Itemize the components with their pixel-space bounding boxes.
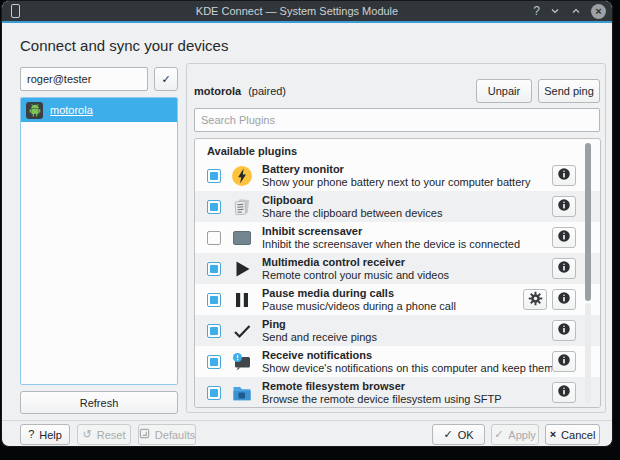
info-icon bbox=[557, 322, 571, 339]
active-window-accent-line bbox=[2, 21, 612, 23]
plugin-title: Remote filesystem browser bbox=[262, 380, 552, 393]
plugin-row-buttons bbox=[552, 165, 576, 186]
scrollbar-track[interactable] bbox=[585, 303, 591, 403]
available-plugins-header: Available plugins bbox=[195, 139, 600, 160]
cancel-label: Cancel bbox=[561, 429, 595, 441]
check-icon bbox=[230, 319, 254, 343]
help-button[interactable]: ? Help bbox=[20, 424, 70, 445]
plugin-description: Share the clipboard between devices bbox=[262, 207, 552, 220]
info-icon bbox=[557, 384, 571, 401]
reset-button[interactable]: ↺ Reset bbox=[77, 424, 131, 445]
device-list-item-motorola[interactable]: motorola bbox=[21, 98, 177, 122]
defaults-icon bbox=[139, 428, 150, 441]
plugin-info-button[interactable] bbox=[552, 351, 576, 372]
check-icon: ✓ bbox=[161, 74, 170, 85]
plugin-description: Remote control your music and videos bbox=[262, 269, 552, 282]
plugin-row: Multimedia control receiverRemote contro… bbox=[195, 253, 600, 284]
minimize-icon[interactable] bbox=[549, 5, 561, 17]
plugin-title: Clipboard bbox=[262, 194, 552, 207]
plugin-row: Pause media during callsPause music/vide… bbox=[195, 284, 600, 315]
titlebar[interactable]: KDE Connect — System Settings Module ? × bbox=[2, 1, 612, 21]
plugin-description: Send and receive pings bbox=[262, 331, 552, 344]
close-icon[interactable]: × bbox=[591, 4, 606, 19]
clipboard-icon bbox=[230, 195, 254, 219]
unpair-button[interactable]: Unpair bbox=[476, 79, 532, 103]
maximize-icon[interactable] bbox=[570, 5, 582, 17]
info-icon bbox=[557, 229, 571, 246]
reset-label: Reset bbox=[97, 429, 126, 441]
plugin-row-buttons bbox=[552, 320, 576, 341]
apply-button[interactable]: ✓ Apply bbox=[491, 424, 539, 445]
info-icon bbox=[557, 291, 571, 308]
cancel-x-icon: × bbox=[550, 429, 556, 440]
plugin-enabled-checkbox[interactable] bbox=[207, 293, 221, 307]
titlebar-help-icon[interactable]: ? bbox=[533, 5, 540, 17]
plugin-row: Battery monitorShow your phone battery n… bbox=[195, 160, 600, 191]
plugin-enabled-checkbox[interactable] bbox=[207, 200, 221, 214]
plugin-list: Battery monitorShow your phone battery n… bbox=[195, 160, 600, 408]
window-title: KDE Connect — System Settings Module bbox=[62, 1, 532, 21]
plugin-info-button[interactable] bbox=[552, 196, 576, 217]
selected-device-title: motorola (paired) bbox=[194, 85, 286, 97]
send-ping-label: Send ping bbox=[544, 85, 594, 97]
plugin-title: Pause media during calls bbox=[262, 287, 523, 300]
device-name-label: motorola bbox=[50, 104, 93, 116]
plugin-enabled-checkbox[interactable] bbox=[207, 324, 221, 338]
plugin-texts: ClipboardShare the clipboard between dev… bbox=[262, 194, 552, 220]
plugin-texts: PingSend and receive pings bbox=[262, 318, 552, 344]
plugin-enabled-checkbox[interactable] bbox=[207, 262, 221, 276]
plugin-title: Receive notifications bbox=[262, 349, 552, 362]
plugin-info-button[interactable] bbox=[552, 320, 576, 341]
plugin-texts: Receive notificationsShow device's notif… bbox=[262, 349, 552, 375]
plugin-description: Pause music/videos during a phone call bbox=[262, 300, 523, 313]
plugin-enabled-checkbox[interactable] bbox=[207, 169, 221, 183]
plugin-row-buttons bbox=[552, 258, 576, 279]
plugin-row: Receive notificationsShow device's notif… bbox=[195, 346, 600, 377]
search-plugins-input[interactable] bbox=[194, 108, 600, 132]
defaults-button[interactable]: Defaults bbox=[138, 424, 196, 445]
plugin-info-button[interactable] bbox=[552, 289, 576, 310]
plugin-description: Browse the remote device filesystem usin… bbox=[262, 393, 552, 406]
screensaver-icon bbox=[230, 226, 254, 250]
scrollbar-thumb[interactable] bbox=[585, 143, 591, 301]
help-label: Help bbox=[39, 429, 62, 441]
gear-icon bbox=[528, 291, 543, 309]
plugin-title: Multimedia control receiver bbox=[262, 256, 552, 269]
plugin-row-buttons bbox=[523, 289, 576, 310]
plugin-title: Ping bbox=[262, 318, 552, 331]
accept-name-button[interactable]: ✓ bbox=[154, 67, 178, 91]
plugin-enabled-checkbox[interactable] bbox=[207, 355, 221, 369]
plugin-row-buttons bbox=[552, 351, 576, 372]
plugin-info-button[interactable] bbox=[552, 258, 576, 279]
plugin-description: Show device's notifications on this comp… bbox=[262, 362, 552, 375]
plugin-row-buttons bbox=[552, 382, 576, 403]
defaults-label: Defaults bbox=[155, 429, 195, 441]
plugin-title: Battery monitor bbox=[262, 163, 552, 176]
plugin-texts: Battery monitorShow your phone battery n… bbox=[262, 163, 552, 189]
plugin-enabled-checkbox[interactable] bbox=[207, 231, 221, 245]
plugin-row-buttons bbox=[552, 196, 576, 217]
plugin-settings-button[interactable] bbox=[523, 289, 547, 310]
ok-button[interactable]: ✓ OK bbox=[432, 424, 485, 445]
plugin-info-button[interactable] bbox=[552, 165, 576, 186]
plugin-texts: Inhibit screensaverInhibit the screensav… bbox=[262, 225, 552, 251]
send-ping-button[interactable]: Send ping bbox=[538, 79, 600, 103]
cancel-button[interactable]: × Cancel bbox=[545, 424, 600, 445]
plugin-info-button[interactable] bbox=[552, 227, 576, 248]
plugin-texts: Multimedia control receiverRemote contro… bbox=[262, 256, 552, 282]
device-list[interactable]: motorola bbox=[20, 97, 178, 385]
info-icon bbox=[557, 353, 571, 370]
page-title: Connect and sync your devices bbox=[20, 37, 228, 54]
kde-connect-window: KDE Connect — System Settings Module ? ×… bbox=[1, 0, 613, 447]
selected-device-name: motorola bbox=[194, 85, 241, 97]
refresh-button[interactable]: Refresh bbox=[20, 391, 178, 414]
device-id-input[interactable] bbox=[20, 67, 148, 91]
plugin-enabled-checkbox[interactable] bbox=[207, 386, 221, 400]
plugin-texts: Pause media during callsPause music/vide… bbox=[262, 287, 523, 313]
plugin-info-button[interactable] bbox=[552, 382, 576, 403]
plugin-description: Show your phone battery next to your com… bbox=[262, 176, 552, 189]
info-icon bbox=[557, 260, 571, 277]
ok-check-icon: ✓ bbox=[443, 429, 452, 440]
undo-icon: ↺ bbox=[83, 429, 92, 440]
refresh-label: Refresh bbox=[80, 397, 119, 409]
